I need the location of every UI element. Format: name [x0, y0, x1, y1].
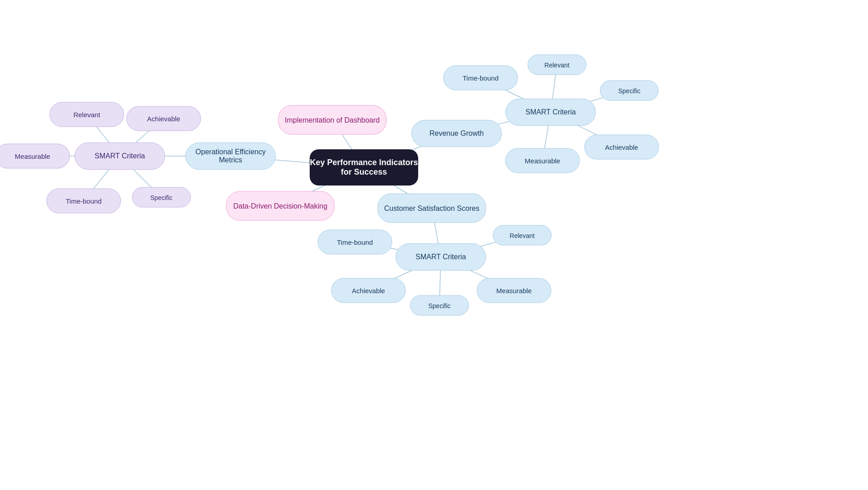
left-specific-label: Specific	[150, 194, 172, 201]
left-measurable-node[interactable]: Measurable	[0, 144, 70, 169]
right-measurable-node[interactable]: Measurable	[505, 148, 580, 173]
bot-smart-criteria-label: SMART Criteria	[415, 253, 466, 261]
left-measurable-label: Measurable	[15, 152, 50, 160]
right-achievable-label: Achievable	[605, 143, 638, 151]
right-timebound-node[interactable]: Time-bound	[443, 66, 518, 90]
bot-specific-label: Specific	[428, 302, 450, 309]
bot-relevant-label: Relevant	[509, 232, 534, 239]
bot-timebound-label: Time-bound	[337, 238, 373, 246]
left-specific-node[interactable]: Specific	[132, 187, 191, 208]
impl-dashboard-node[interactable]: Implementation of Dashboard	[278, 105, 387, 135]
right-timebound-label: Time-bound	[462, 74, 498, 82]
rev-growth-node[interactable]: Revenue Growth	[411, 120, 502, 147]
left-relevant-node[interactable]: Relevant	[50, 102, 124, 127]
right-measurable-label: Measurable	[525, 157, 560, 165]
right-smart-criteria-label: SMART Criteria	[525, 108, 576, 116]
bot-smart-criteria-node[interactable]: SMART Criteria	[396, 243, 486, 271]
left-relevant-label: Relevant	[73, 111, 100, 119]
left-smart-criteria-node[interactable]: SMART Criteria	[75, 143, 165, 170]
bot-timebound-node[interactable]: Time-bound	[318, 230, 392, 255]
left-achievable-label: Achievable	[147, 115, 180, 123]
center-node[interactable]: Key Performance Indicators for Success	[310, 149, 418, 186]
right-specific-label: Specific	[618, 87, 640, 94]
op-efficiency-label: Operational Efficiency Metrics	[186, 148, 275, 164]
left-timebound-node[interactable]: Time-bound	[47, 189, 121, 214]
right-achievable-node[interactable]: Achievable	[585, 135, 659, 160]
cust-satisfaction-node[interactable]: Customer Satisfaction Scores	[377, 194, 486, 223]
right-specific-node[interactable]: Specific	[600, 81, 659, 101]
left-timebound-label: Time-bound	[66, 197, 101, 205]
rev-growth-label: Revenue Growth	[429, 129, 484, 138]
left-smart-criteria-label: SMART Criteria	[94, 152, 145, 160]
right-relevant-label: Relevant	[544, 61, 569, 68]
center-label: Key Performance Indicators for Success	[310, 158, 418, 177]
left-achievable-node[interactable]: Achievable	[127, 106, 201, 131]
op-efficiency-node[interactable]: Operational Efficiency Metrics	[185, 143, 276, 170]
bot-measurable-label: Measurable	[496, 287, 532, 295]
bot-specific-node[interactable]: Specific	[410, 295, 469, 316]
bot-measurable-node[interactable]: Measurable	[477, 278, 552, 303]
data-driven-label: Data-Driven Decision-Making	[233, 202, 327, 210]
right-relevant-node[interactable]: Relevant	[528, 55, 586, 75]
bot-achievable-label: Achievable	[352, 287, 385, 295]
impl-dashboard-label: Implementation of Dashboard	[285, 116, 380, 124]
data-driven-node[interactable]: Data-Driven Decision-Making	[226, 191, 335, 221]
bot-relevant-node[interactable]: Relevant	[493, 225, 552, 246]
cust-satisfaction-label: Customer Satisfaction Scores	[384, 204, 480, 212]
right-smart-criteria-node[interactable]: SMART Criteria	[505, 99, 596, 126]
bot-achievable-node[interactable]: Achievable	[331, 278, 406, 303]
